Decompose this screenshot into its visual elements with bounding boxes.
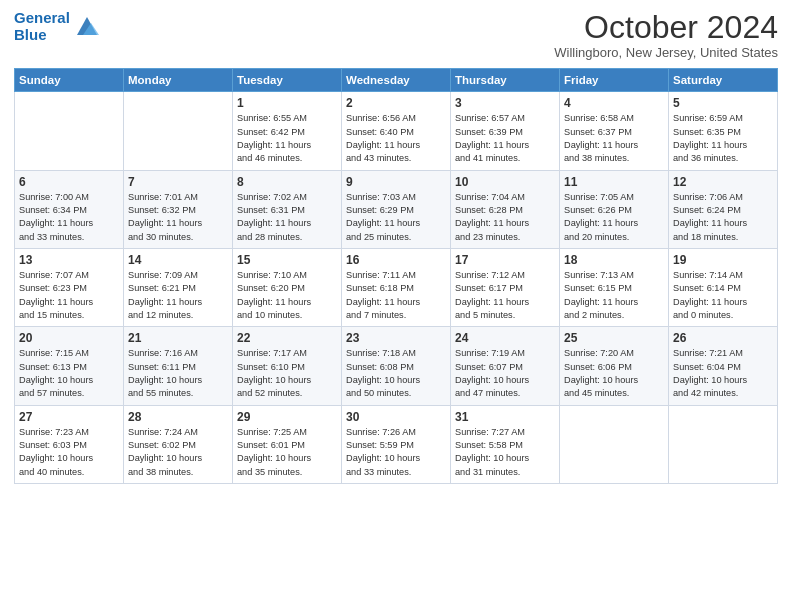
logo-text: General Blue [14, 10, 70, 43]
day-number: 29 [237, 410, 337, 424]
day-number: 21 [128, 331, 228, 345]
day-info: Sunrise: 7:02 AM Sunset: 6:31 PM Dayligh… [237, 191, 337, 244]
col-thursday: Thursday [451, 69, 560, 92]
cell-1-5: 3Sunrise: 6:57 AM Sunset: 6:39 PM Daylig… [451, 92, 560, 170]
day-info: Sunrise: 7:18 AM Sunset: 6:08 PM Dayligh… [346, 347, 446, 400]
day-number: 2 [346, 96, 446, 110]
day-number: 11 [564, 175, 664, 189]
cell-1-6: 4Sunrise: 6:58 AM Sunset: 6:37 PM Daylig… [560, 92, 669, 170]
cell-2-6: 11Sunrise: 7:05 AM Sunset: 6:26 PM Dayli… [560, 170, 669, 248]
day-info: Sunrise: 7:06 AM Sunset: 6:24 PM Dayligh… [673, 191, 773, 244]
day-info: Sunrise: 7:00 AM Sunset: 6:34 PM Dayligh… [19, 191, 119, 244]
week-row-4: 20Sunrise: 7:15 AM Sunset: 6:13 PM Dayli… [15, 327, 778, 405]
day-info: Sunrise: 7:27 AM Sunset: 5:58 PM Dayligh… [455, 426, 555, 479]
cell-3-3: 15Sunrise: 7:10 AM Sunset: 6:20 PM Dayli… [233, 248, 342, 326]
day-number: 25 [564, 331, 664, 345]
cell-3-6: 18Sunrise: 7:13 AM Sunset: 6:15 PM Dayli… [560, 248, 669, 326]
cell-4-5: 24Sunrise: 7:19 AM Sunset: 6:07 PM Dayli… [451, 327, 560, 405]
day-info: Sunrise: 6:57 AM Sunset: 6:39 PM Dayligh… [455, 112, 555, 165]
cell-2-4: 9Sunrise: 7:03 AM Sunset: 6:29 PM Daylig… [342, 170, 451, 248]
cell-5-5: 31Sunrise: 7:27 AM Sunset: 5:58 PM Dayli… [451, 405, 560, 483]
calendar-table: Sunday Monday Tuesday Wednesday Thursday… [14, 68, 778, 484]
cell-5-4: 30Sunrise: 7:26 AM Sunset: 5:59 PM Dayli… [342, 405, 451, 483]
day-info: Sunrise: 7:20 AM Sunset: 6:06 PM Dayligh… [564, 347, 664, 400]
day-info: Sunrise: 7:11 AM Sunset: 6:18 PM Dayligh… [346, 269, 446, 322]
day-number: 15 [237, 253, 337, 267]
day-number: 3 [455, 96, 555, 110]
cell-4-7: 26Sunrise: 7:21 AM Sunset: 6:04 PM Dayli… [669, 327, 778, 405]
cell-2-1: 6Sunrise: 7:00 AM Sunset: 6:34 PM Daylig… [15, 170, 124, 248]
cell-4-3: 22Sunrise: 7:17 AM Sunset: 6:10 PM Dayli… [233, 327, 342, 405]
day-number: 6 [19, 175, 119, 189]
col-friday: Friday [560, 69, 669, 92]
day-info: Sunrise: 6:55 AM Sunset: 6:42 PM Dayligh… [237, 112, 337, 165]
cell-3-7: 19Sunrise: 7:14 AM Sunset: 6:14 PM Dayli… [669, 248, 778, 326]
cell-3-2: 14Sunrise: 7:09 AM Sunset: 6:21 PM Dayli… [124, 248, 233, 326]
day-info: Sunrise: 7:03 AM Sunset: 6:29 PM Dayligh… [346, 191, 446, 244]
day-info: Sunrise: 7:12 AM Sunset: 6:17 PM Dayligh… [455, 269, 555, 322]
day-number: 9 [346, 175, 446, 189]
day-number: 7 [128, 175, 228, 189]
day-number: 31 [455, 410, 555, 424]
day-info: Sunrise: 7:16 AM Sunset: 6:11 PM Dayligh… [128, 347, 228, 400]
cell-5-2: 28Sunrise: 7:24 AM Sunset: 6:02 PM Dayli… [124, 405, 233, 483]
day-info: Sunrise: 7:17 AM Sunset: 6:10 PM Dayligh… [237, 347, 337, 400]
day-info: Sunrise: 7:10 AM Sunset: 6:20 PM Dayligh… [237, 269, 337, 322]
day-info: Sunrise: 7:26 AM Sunset: 5:59 PM Dayligh… [346, 426, 446, 479]
logo-blue: Blue [14, 26, 47, 43]
day-number: 5 [673, 96, 773, 110]
day-info: Sunrise: 7:19 AM Sunset: 6:07 PM Dayligh… [455, 347, 555, 400]
col-monday: Monday [124, 69, 233, 92]
cell-4-6: 25Sunrise: 7:20 AM Sunset: 6:06 PM Dayli… [560, 327, 669, 405]
cell-1-2 [124, 92, 233, 170]
day-number: 12 [673, 175, 773, 189]
col-saturday: Saturday [669, 69, 778, 92]
day-info: Sunrise: 6:58 AM Sunset: 6:37 PM Dayligh… [564, 112, 664, 165]
day-number: 4 [564, 96, 664, 110]
col-wednesday: Wednesday [342, 69, 451, 92]
cell-2-3: 8Sunrise: 7:02 AM Sunset: 6:31 PM Daylig… [233, 170, 342, 248]
cell-1-4: 2Sunrise: 6:56 AM Sunset: 6:40 PM Daylig… [342, 92, 451, 170]
day-number: 26 [673, 331, 773, 345]
day-number: 8 [237, 175, 337, 189]
day-number: 24 [455, 331, 555, 345]
cell-2-2: 7Sunrise: 7:01 AM Sunset: 6:32 PM Daylig… [124, 170, 233, 248]
day-info: Sunrise: 7:13 AM Sunset: 6:15 PM Dayligh… [564, 269, 664, 322]
day-info: Sunrise: 7:04 AM Sunset: 6:28 PM Dayligh… [455, 191, 555, 244]
cell-2-7: 12Sunrise: 7:06 AM Sunset: 6:24 PM Dayli… [669, 170, 778, 248]
cell-5-7 [669, 405, 778, 483]
cell-4-2: 21Sunrise: 7:16 AM Sunset: 6:11 PM Dayli… [124, 327, 233, 405]
cell-4-4: 23Sunrise: 7:18 AM Sunset: 6:08 PM Dayli… [342, 327, 451, 405]
cell-5-3: 29Sunrise: 7:25 AM Sunset: 6:01 PM Dayli… [233, 405, 342, 483]
cell-3-4: 16Sunrise: 7:11 AM Sunset: 6:18 PM Dayli… [342, 248, 451, 326]
cell-1-3: 1Sunrise: 6:55 AM Sunset: 6:42 PM Daylig… [233, 92, 342, 170]
day-number: 30 [346, 410, 446, 424]
day-info: Sunrise: 7:21 AM Sunset: 6:04 PM Dayligh… [673, 347, 773, 400]
logo: General Blue [14, 10, 101, 43]
day-info: Sunrise: 7:07 AM Sunset: 6:23 PM Dayligh… [19, 269, 119, 322]
day-info: Sunrise: 7:14 AM Sunset: 6:14 PM Dayligh… [673, 269, 773, 322]
day-info: Sunrise: 6:56 AM Sunset: 6:40 PM Dayligh… [346, 112, 446, 165]
page: General Blue October 2024 Willingboro, N… [0, 0, 792, 612]
day-info: Sunrise: 7:23 AM Sunset: 6:03 PM Dayligh… [19, 426, 119, 479]
week-row-5: 27Sunrise: 7:23 AM Sunset: 6:03 PM Dayli… [15, 405, 778, 483]
day-info: Sunrise: 7:15 AM Sunset: 6:13 PM Dayligh… [19, 347, 119, 400]
cell-5-6 [560, 405, 669, 483]
day-number: 20 [19, 331, 119, 345]
cell-5-1: 27Sunrise: 7:23 AM Sunset: 6:03 PM Dayli… [15, 405, 124, 483]
cell-2-5: 10Sunrise: 7:04 AM Sunset: 6:28 PM Dayli… [451, 170, 560, 248]
cell-3-5: 17Sunrise: 7:12 AM Sunset: 6:17 PM Dayli… [451, 248, 560, 326]
title-block: October 2024 Willingboro, New Jersey, Un… [554, 10, 778, 60]
week-row-3: 13Sunrise: 7:07 AM Sunset: 6:23 PM Dayli… [15, 248, 778, 326]
day-info: Sunrise: 7:25 AM Sunset: 6:01 PM Dayligh… [237, 426, 337, 479]
day-number: 10 [455, 175, 555, 189]
day-info: Sunrise: 7:05 AM Sunset: 6:26 PM Dayligh… [564, 191, 664, 244]
day-number: 19 [673, 253, 773, 267]
day-number: 16 [346, 253, 446, 267]
logo-icon [73, 13, 101, 41]
day-info: Sunrise: 6:59 AM Sunset: 6:35 PM Dayligh… [673, 112, 773, 165]
month-title: October 2024 [554, 10, 778, 45]
day-number: 28 [128, 410, 228, 424]
day-number: 13 [19, 253, 119, 267]
col-sunday: Sunday [15, 69, 124, 92]
